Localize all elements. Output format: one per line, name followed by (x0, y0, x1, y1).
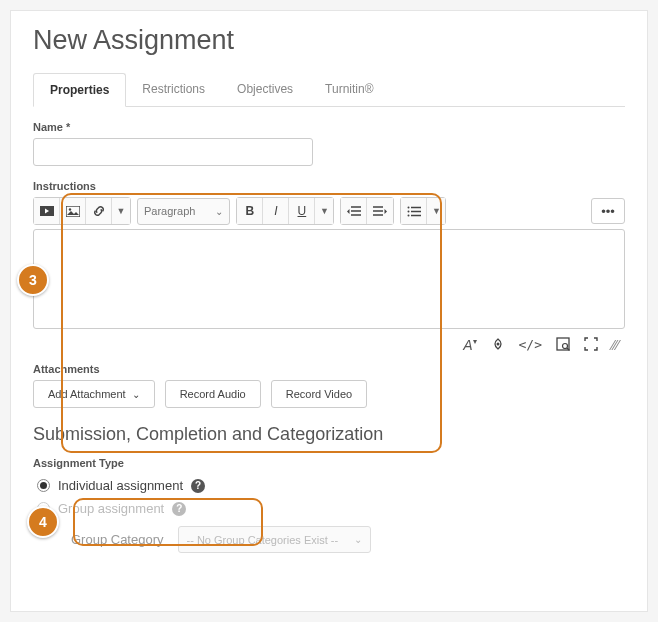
indent-icon[interactable] (367, 198, 393, 224)
attachments-label: Attachments (33, 363, 625, 375)
radio-checked-icon (37, 479, 50, 492)
insert-dropdown-icon[interactable]: ▼ (112, 198, 130, 224)
insert-link-icon[interactable] (86, 198, 112, 224)
svg-point-6 (496, 343, 499, 346)
record-audio-button[interactable]: Record Audio (165, 380, 261, 408)
group-category-placeholder: -- No Group Categories Exist -- (187, 534, 339, 546)
insert-video-icon[interactable] (34, 198, 60, 224)
tab-bar: Properties Restrictions Objectives Turni… (33, 72, 625, 107)
underline-button[interactable]: U (289, 198, 315, 224)
source-code-icon[interactable]: </> (519, 337, 542, 353)
svg-point-3 (407, 206, 409, 208)
paragraph-style-select[interactable]: Paragraph ⌄ (137, 198, 230, 225)
group-category-label: Group Category (71, 532, 164, 547)
svg-point-5 (407, 214, 409, 216)
tab-restrictions[interactable]: Restrictions (126, 73, 221, 107)
tab-turnitin[interactable]: Turnitin® (309, 73, 389, 107)
svg-point-2 (68, 208, 70, 210)
help-icon[interactable]: ? (172, 502, 186, 516)
add-attachment-label: Add Attachment (48, 388, 126, 400)
tab-properties[interactable]: Properties (33, 73, 126, 107)
paragraph-style-label: Paragraph (144, 205, 195, 217)
instructions-label: Instructions (33, 180, 625, 192)
callout-badge-4: 4 (27, 506, 59, 538)
italic-button[interactable]: I (263, 198, 289, 224)
resize-handle-icon[interactable]: ⁄⁄⁄ (612, 337, 619, 353)
add-attachment-button[interactable]: Add Attachment ⌄ (33, 380, 155, 408)
accessibility-icon[interactable] (491, 337, 505, 353)
text-style-dropdown-icon[interactable]: ▼ (315, 198, 333, 224)
insert-image-icon[interactable] (60, 198, 86, 224)
page-title: New Assignment (33, 25, 625, 56)
help-icon[interactable]: ? (191, 479, 205, 493)
name-label: Name * (33, 121, 625, 133)
svg-point-8 (562, 344, 567, 349)
record-video-button[interactable]: Record Video (271, 380, 367, 408)
outdent-icon[interactable] (341, 198, 367, 224)
svg-rect-1 (66, 206, 80, 217)
assignment-type-label: Assignment Type (33, 457, 625, 469)
tab-objectives[interactable]: Objectives (221, 73, 309, 107)
list-dropdown-icon[interactable]: ▼ (427, 198, 445, 224)
font-format-icon[interactable]: A▾ (463, 337, 476, 353)
fullscreen-icon[interactable] (584, 337, 598, 353)
section-heading: Submission, Completion and Categorizatio… (33, 424, 625, 445)
radio-individual[interactable]: Individual assignment ? (33, 474, 625, 497)
bold-button[interactable]: B (237, 198, 263, 224)
instructions-editor[interactable] (33, 229, 625, 329)
svg-point-4 (407, 210, 409, 212)
chevron-down-icon: ⌄ (132, 389, 140, 400)
chevron-down-icon: ⌄ (354, 534, 362, 545)
radio-individual-label: Individual assignment (58, 478, 183, 493)
editor-footer: A▾ </> ⁄⁄⁄ (33, 333, 625, 363)
name-input[interactable] (33, 138, 313, 166)
editor-toolbar: ▼ Paragraph ⌄ B I U ▼ ▼ ••• (33, 197, 625, 225)
group-category-select: -- No Group Categories Exist -- ⌄ (178, 526, 372, 553)
radio-group: Group assignment ? (33, 497, 625, 520)
preview-icon[interactable] (556, 337, 570, 353)
radio-group-label: Group assignment (58, 501, 164, 516)
list-icon[interactable] (401, 198, 427, 224)
callout-badge-3: 3 (17, 264, 49, 296)
chevron-down-icon: ⌄ (215, 206, 223, 217)
more-actions-button[interactable]: ••• (591, 198, 625, 224)
